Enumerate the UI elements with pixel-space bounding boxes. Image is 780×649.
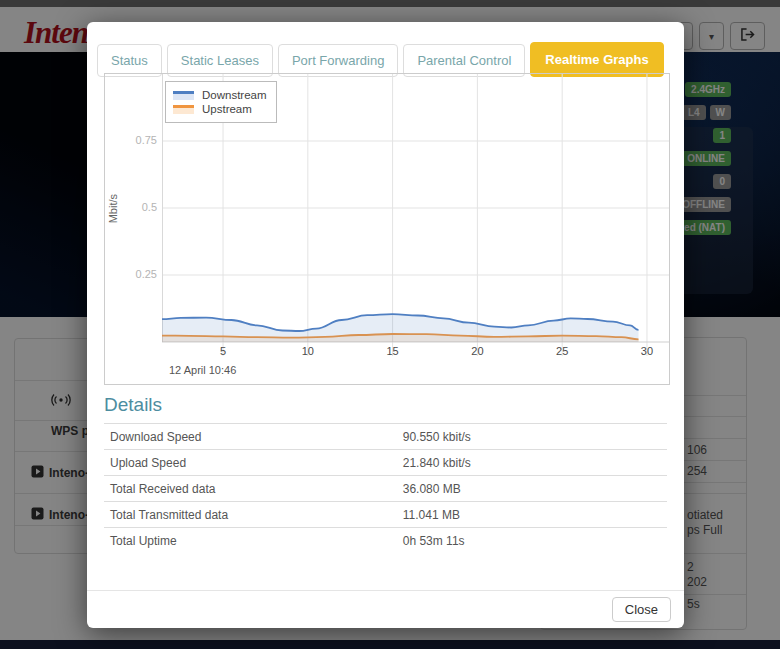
dialog-footer: Close <box>87 590 684 629</box>
chart-legend: Downstream Upstream <box>165 81 277 123</box>
chart-timestamp: 12 April 10:46 <box>169 364 236 376</box>
row-label: Upload Speed <box>104 456 403 470</box>
table-row: Total Uptime 0h 53m 11s <box>104 527 667 553</box>
table-row: Upload Speed 21.840 kbit/s <box>104 449 667 475</box>
legend-item-downstream: Downstream <box>173 89 267 101</box>
x-tick-label: 15 <box>381 345 405 357</box>
legend-label: Downstream <box>202 89 267 101</box>
y-axis-unit-label: Mbit/s <box>107 194 119 223</box>
legend-label: Upstream <box>202 103 252 115</box>
row-label: Download Speed <box>104 430 403 444</box>
realtime-chart: Mbit/s Downstream Upstream 0.250.50.7551… <box>104 73 670 385</box>
details-table: Download Speed 90.550 kbit/s Upload Spee… <box>104 423 667 553</box>
details-heading: Details <box>104 394 162 416</box>
legend-item-upstream: Upstream <box>173 103 267 115</box>
tab-realtime-graphs[interactable]: Realtime Graphs <box>530 42 663 77</box>
table-row: Total Transmitted data 11.041 MB <box>104 501 667 527</box>
x-tick-label: 25 <box>550 345 574 357</box>
x-tick-label: 10 <box>296 345 320 357</box>
screen: Inteno Mode ▾ z2.4GHz3L4W1ONLINE0OFFLINE… <box>0 0 780 649</box>
row-label: Total Received data <box>104 482 403 496</box>
y-tick-label: 0.75 <box>123 134 157 146</box>
x-tick-label: 5 <box>211 345 235 357</box>
row-value: 21.840 kbit/s <box>403 456 471 470</box>
row-value: 11.041 MB <box>403 508 460 522</box>
row-value: 0h 53m 11s <box>403 534 465 548</box>
table-row: Total Received data 36.080 MB <box>104 475 667 501</box>
row-value: 36.080 MB <box>403 482 461 496</box>
upstream-swatch-icon <box>173 105 194 114</box>
realtime-graphs-dialog: Status Static Leases Port Forwarding Par… <box>87 22 684 628</box>
row-label: Total Uptime <box>104 534 403 548</box>
row-value: 90.550 kbit/s <box>403 430 471 444</box>
downstream-swatch-icon <box>173 91 194 100</box>
y-tick-label: 0.5 <box>123 201 157 213</box>
x-tick-label: 20 <box>465 345 489 357</box>
x-tick-label: 30 <box>635 345 659 357</box>
y-tick-label: 0.25 <box>123 268 157 280</box>
row-label: Total Transmitted data <box>104 508 403 522</box>
table-row: Download Speed 90.550 kbit/s <box>104 423 667 449</box>
dialog-tabs: Status Static Leases Port Forwarding Par… <box>97 42 664 77</box>
close-button[interactable]: Close <box>612 597 671 622</box>
